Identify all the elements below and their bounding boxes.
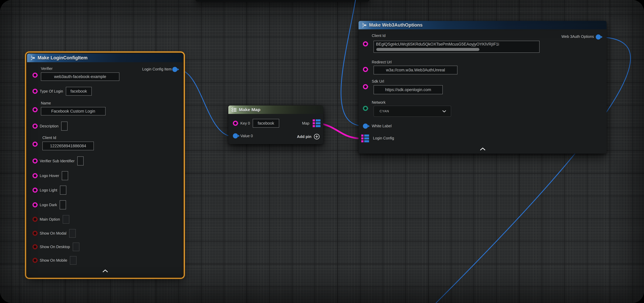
verifier-sub-identifier-input[interactable] <box>77 156 84 166</box>
field-label: Show On Mobile <box>40 258 67 262</box>
make-struct-icon <box>30 55 36 60</box>
output-pin-map[interactable] <box>313 119 321 127</box>
node-header[interactable]: Make Map <box>228 106 323 114</box>
verifier-input[interactable]: web3auth-facebook-example <box>41 72 119 81</box>
field-label: Logo Hover <box>40 174 59 178</box>
node-make-map[interactable]: Make Map Key 0 facebook Map Value 0 <box>228 106 323 144</box>
make-struct-icon <box>362 22 367 28</box>
node-make-loginconfigitem[interactable]: Make LoginConfigItem Login Config Item V… <box>27 54 183 277</box>
show-on-mobile-checkbox[interactable] <box>70 256 76 265</box>
collapse-node-arrow-icon[interactable] <box>480 148 486 151</box>
pin-show-on-mobile[interactable] <box>32 258 38 263</box>
field-label: Redirect Url <box>372 60 392 64</box>
offscreen-node-partial[interactable] <box>196 0 370 2</box>
logo-dark-input[interactable] <box>60 200 66 209</box>
output-pin-label: Web 3Auth Options <box>562 34 594 39</box>
description-input[interactable] <box>61 122 68 130</box>
main-option-checkbox[interactable] <box>63 215 69 224</box>
pin-show-on-desktop[interactable] <box>32 244 38 249</box>
node-header[interactable]: Make Web3AuthOptions <box>358 21 606 29</box>
node-header[interactable]: Make LoginConfigItem <box>27 54 183 62</box>
field-label: Login Config <box>373 136 394 140</box>
pin-login-config[interactable] <box>361 134 370 142</box>
field-label: Network <box>372 100 386 104</box>
chevron-down-icon <box>442 110 446 112</box>
add-pin-label: Add pin <box>297 134 312 139</box>
node-title: Make LoginConfigItem <box>38 55 88 60</box>
pin-network[interactable] <box>363 106 368 111</box>
field-label: Sdk Url <box>372 79 384 84</box>
field-label: Main Option <box>40 217 60 222</box>
pin-main-option[interactable] <box>32 217 38 222</box>
field-label: Key 0 <box>240 121 250 126</box>
pin-value-0[interactable] <box>233 133 238 138</box>
field-label: Value 0 <box>240 134 253 138</box>
network-dropdown[interactable]: CYAN <box>374 106 451 117</box>
node-title: Make Map <box>239 107 260 112</box>
field-label: Client Id <box>372 34 386 38</box>
pin-description[interactable] <box>32 124 38 129</box>
field-label: Logo Light <box>40 188 57 192</box>
pin-client-id[interactable] <box>32 142 38 147</box>
output-pin-label: Login Config Item <box>142 67 172 72</box>
field-label: Name <box>41 101 51 105</box>
field-label: Show On Desktop <box>40 245 70 249</box>
node-make-web3authoptions[interactable]: Make Web3AuthOptions Web 3Auth Options C… <box>358 21 606 154</box>
field-label: Verifier <box>41 66 52 71</box>
collapse-node-arrow-icon[interactable] <box>102 269 108 273</box>
field-label: Verifier Sub Identifier <box>40 159 74 163</box>
pin-show-on-modal[interactable] <box>32 231 38 236</box>
pin-logo-light[interactable] <box>32 188 38 193</box>
client-id-scrollbar[interactable] <box>376 48 480 51</box>
logo-light-input[interactable] <box>60 186 66 195</box>
field-label: Show On Modal <box>40 231 66 236</box>
field-label: White Label <box>372 124 392 128</box>
pin-client-id[interactable] <box>363 41 368 46</box>
client-id-input[interactable]: 1222658941886084 <box>42 142 94 150</box>
output-pin-login-config-item[interactable] <box>172 67 178 72</box>
field-label: Logo Dark <box>40 203 57 207</box>
blueprint-editor: Make LoginConfigItem Login Config Item V… <box>0 0 644 303</box>
sdk-url-input[interactable]: https://sdk.openlogin.com <box>374 85 443 94</box>
network-selected-value: CYAN <box>380 109 389 113</box>
pin-white-label[interactable] <box>363 124 368 129</box>
field-label: Client Id <box>42 136 56 140</box>
pin-logo-dark[interactable] <box>32 202 38 208</box>
output-pin-label: Map <box>302 121 309 126</box>
redirect-url-input[interactable]: w3a://com.w3a.Web3AuthUnreal <box>374 66 458 74</box>
field-label: Type Of Login <box>40 89 63 94</box>
wire-loginconfigitem-to-value0 <box>178 70 233 136</box>
client-id-input[interactable]: BEglQSgt4cUWcj6SKRdu5QkOXTsePmMcusG5EAoy… <box>374 41 540 53</box>
graph-canvas[interactable]: Make LoginConfigItem Login Config Item V… <box>0 0 644 303</box>
pin-key-0[interactable] <box>233 121 238 126</box>
type-of-login-input[interactable]: facebook <box>66 87 92 96</box>
add-pin-plus-icon <box>314 134 320 140</box>
pin-name[interactable] <box>32 107 38 112</box>
make-map-icon <box>231 107 237 112</box>
wire-map-to-loginconfig <box>319 123 362 138</box>
node-title: Make Web3AuthOptions <box>369 22 422 28</box>
add-pin-button[interactable]: Add pin <box>297 134 320 140</box>
output-pin-web3auth-options[interactable] <box>596 34 601 40</box>
pin-verifier-sub-identifier[interactable] <box>32 158 38 164</box>
name-input[interactable]: Facebook Custom Login <box>41 107 106 116</box>
pin-type-of-login[interactable] <box>32 89 38 94</box>
pin-redirect-url[interactable] <box>363 67 368 72</box>
pin-sdk-url[interactable] <box>363 84 368 89</box>
show-on-desktop-checkbox[interactable] <box>73 242 79 251</box>
logo-hover-input[interactable] <box>62 171 68 180</box>
show-on-modal-checkbox[interactable] <box>69 229 76 238</box>
key-0-input[interactable]: facebook <box>253 119 279 128</box>
pin-logo-hover[interactable] <box>32 173 38 178</box>
field-label: Description <box>40 124 58 128</box>
pin-verifier[interactable] <box>32 72 38 78</box>
